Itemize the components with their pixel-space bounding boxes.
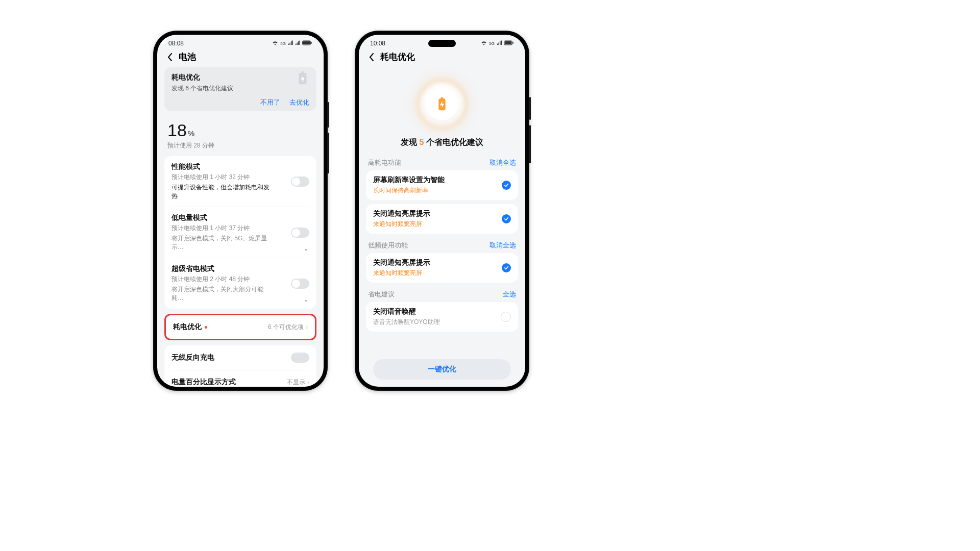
item-title: 屏幕刷新率设置为智能: [373, 176, 445, 185]
signal-icon: [288, 40, 293, 46]
item-voice-wake[interactable]: 关闭语音唤醒 语音无法唤醒YOYO助理: [366, 302, 518, 332]
row-reverse-charge[interactable]: 无线反向充电: [164, 345, 316, 370]
suggestion-subtitle: 发现 6 个省电优化建议: [172, 84, 309, 93]
svg-rect-2: [311, 42, 312, 44]
mode-sub: 预计继续使用 1 小时 37 分钟: [172, 224, 309, 233]
optimize-row-highlighted: 耗电优化 6 个可优化项 ›: [164, 314, 316, 340]
side-button-icon: [529, 125, 531, 163]
row-title-label: 无线反向充电: [172, 353, 214, 362]
row-title-label: 耗电优化: [173, 322, 202, 332]
mode-title: 低电量模式: [172, 213, 309, 222]
toggle-reverse-charge[interactable]: [291, 353, 309, 363]
mode-sub: 预计继续使用 2 小时 48 分钟: [172, 275, 309, 284]
mode-desc: 将开启深色模式，关闭大部分可能耗…: [172, 285, 274, 303]
signal-label: 5G: [489, 41, 495, 46]
item-notify-2[interactable]: 关闭通知亮屏提示 来通知时频繁亮屏: [366, 253, 518, 283]
page-title: 耗电优化: [380, 51, 415, 63]
battery-bolt-icon: [296, 72, 309, 85]
content-left: 耗电优化 发现 6 个省电优化建议 不用了 去优化 18 % 预计使: [157, 67, 324, 387]
mode-performance[interactable]: 性能模式 预计继续使用 1 小时 32 分钟 可提升设备性能，但会增加耗电和发热: [164, 156, 316, 207]
side-button-icon: [328, 133, 329, 173]
item-sub: 长时间保持高刷新率: [373, 186, 445, 195]
suggestion-title: 耗电优化: [172, 73, 309, 82]
checkbox-checked[interactable]: [502, 214, 511, 223]
section-title: 高耗电功能: [368, 158, 401, 167]
signal-icon: [295, 40, 300, 46]
select-all-button[interactable]: 全选: [503, 290, 516, 299]
stage: 08:08 5G: [0, 0, 735, 413]
phone-left: 08:08 5G: [153, 31, 328, 391]
battery-value: 18: [167, 120, 187, 140]
battery-level: 18 % 预计使用 28 分钟: [164, 118, 316, 156]
mode-desc: 将开启深色模式，关闭 5G、熄屏显示…: [172, 234, 274, 252]
mode-sub: 预计继续使用 1 小时 32 分钟: [172, 173, 309, 182]
signal-label: 5G: [280, 41, 286, 46]
mode-title: 性能模式: [172, 162, 309, 171]
settings-card: 无线反向充电 电量百分比显示方式 不显示 › 更多电池设置 ›: [164, 345, 316, 387]
deselect-all-button[interactable]: 取消全选: [489, 158, 516, 167]
svg-rect-6: [513, 42, 514, 44]
side-button-icon: [328, 102, 329, 128]
battery-icon: [302, 40, 312, 46]
content-right: 发现 5 个省电优化建议 高耗电功能 取消全选 屏幕刷新率设置为智能 长时间保持…: [359, 67, 525, 387]
battery-icon: [504, 40, 514, 46]
svg-rect-1: [303, 41, 310, 44]
item-sub: 来通知时频繁亮屏: [373, 269, 430, 278]
status-time: 10:08: [370, 40, 385, 47]
toggle-low-power[interactable]: [291, 228, 309, 238]
checkbox-checked[interactable]: [502, 181, 511, 190]
section-title: 低频使用功能: [368, 241, 408, 250]
discovery-text: 发现 5 个省电优化建议: [366, 137, 518, 148]
checkbox-checked[interactable]: [502, 263, 511, 272]
suggestion-card: 耗电优化 发现 6 个省电优化建议 不用了 去优化: [164, 67, 316, 111]
dynamic-island-icon: [428, 40, 456, 47]
toggle-super-saver[interactable]: [291, 279, 309, 289]
back-button[interactable]: [164, 52, 176, 63]
side-button-icon: [529, 97, 531, 120]
chevron-down-icon[interactable]: ▾: [305, 298, 307, 304]
deselect-all-button[interactable]: 取消全选: [489, 241, 516, 250]
row-right-label: 6 个可优化项: [268, 323, 304, 332]
status-time: 08:08: [168, 40, 184, 47]
item-refresh-rate[interactable]: 屏幕刷新率设置为智能 长时间保持高刷新率: [366, 170, 518, 200]
svg-rect-3: [301, 71, 304, 73]
toggle-performance[interactable]: [291, 177, 309, 187]
dismiss-button[interactable]: 不用了: [260, 98, 280, 107]
section-high-header: 高耗电功能 取消全选: [366, 155, 518, 170]
battery-unit: %: [188, 129, 194, 138]
chevron-right-icon: ›: [307, 379, 309, 386]
nav-header: 耗电优化: [359, 48, 525, 67]
phone-right: 10:08 5G 耗电优化: [355, 31, 529, 391]
row-optimize[interactable]: 耗电优化 6 个可优化项 ›: [166, 315, 315, 339]
battery-bolt-icon: [426, 88, 458, 120]
mode-super-saver[interactable]: 超级省电模式 预计继续使用 2 小时 48 分钟 将开启深色模式，关闭大部分可能…: [164, 258, 316, 309]
discovery-prefix: 发现: [401, 138, 419, 146]
optimize-button[interactable]: 去优化: [289, 98, 309, 107]
checkbox-empty[interactable]: [501, 312, 511, 322]
chevron-right-icon: ›: [306, 323, 308, 331]
wifi-icon: [481, 40, 487, 46]
status-bar: 08:08 5G: [157, 35, 324, 48]
status-right: 5G: [481, 40, 514, 46]
status-right: 5G: [272, 40, 312, 46]
back-button[interactable]: [366, 52, 377, 63]
mode-desc: 可提升设备性能，但会增加耗电和发热: [172, 183, 274, 201]
item-notify-1[interactable]: 关闭通知亮屏提示 来通知时频繁亮屏: [366, 204, 518, 234]
optimize-all-button[interactable]: 一键优化: [373, 359, 511, 380]
mode-low-power[interactable]: 低电量模式 预计继续使用 1 小时 37 分钟 将开启深色模式，关闭 5G、熄屏…: [164, 207, 316, 258]
row-percent-display[interactable]: 电量百分比显示方式 不显示 ›: [164, 370, 316, 387]
halo-wrap: [366, 67, 518, 137]
section-low-header: 低频使用功能 取消全选: [366, 238, 518, 253]
item-title: 关闭通知亮屏提示: [373, 258, 430, 267]
item-title: 关闭通知亮屏提示: [373, 209, 430, 218]
page-title: 电池: [179, 51, 196, 63]
screen-left: 08:08 5G: [157, 35, 324, 387]
screen-right: 10:08 5G 耗电优化: [359, 35, 525, 387]
red-dot-icon: [205, 326, 207, 329]
section-tip-header: 省电建议 全选: [366, 287, 518, 302]
svg-rect-8: [441, 97, 444, 99]
row-title-label: 电量百分比显示方式: [172, 378, 236, 387]
chevron-down-icon[interactable]: ▾: [305, 247, 307, 253]
discovery-suffix: 个省电优化建议: [424, 138, 483, 146]
signal-icon: [497, 40, 502, 46]
